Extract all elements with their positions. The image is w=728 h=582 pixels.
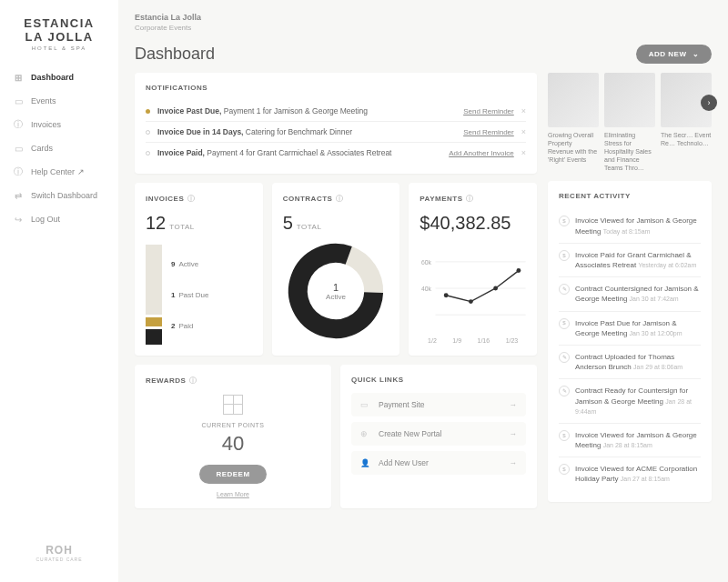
nav-icon: ▭ bbox=[13, 143, 24, 154]
carousel-item[interactable]: Eliminating Stress for Hospitality Sales… bbox=[604, 73, 655, 172]
notification-row: Invoice Past Due, Payment 1 for Jamison … bbox=[146, 101, 526, 121]
nav-item-log-out[interactable]: ↪Log Out bbox=[0, 207, 118, 231]
notification-row: Invoice Paid, Payment 4 for Grant Carmic… bbox=[146, 142, 526, 163]
quicklink-icon: ▭ bbox=[360, 400, 371, 409]
notification-action[interactable]: Send Reminder bbox=[463, 107, 514, 115]
arrow-right-icon: → bbox=[510, 400, 518, 409]
nav-item-switch-dashboard[interactable]: ⇄Switch Dashboard bbox=[0, 184, 118, 207]
chevron-down-icon: ⌄ bbox=[693, 50, 700, 58]
notifications-title: NOTIFICATIONS bbox=[146, 84, 526, 92]
activity-icon: $ bbox=[559, 250, 570, 261]
page-title: Dashboard bbox=[135, 45, 215, 64]
footer-logo: ROH CURATED CARE bbox=[0, 535, 118, 571]
brand-logo: ESTANCIA LA JOLLA HOTEL & SPA bbox=[0, 11, 118, 65]
nav-item-cards[interactable]: ▭Cards bbox=[0, 136, 118, 160]
help-icon[interactable]: ⓘ bbox=[187, 194, 196, 204]
add-new-button[interactable]: ADD NEW ⌄ bbox=[636, 45, 712, 64]
nav: ⊞Dashboard▭EventsⓘInvoices▭CardsⓘHelp Ce… bbox=[0, 65, 118, 535]
activity-icon: ✎ bbox=[559, 284, 570, 295]
svg-point-7 bbox=[444, 293, 449, 297]
quicklink-payment-site[interactable]: ▭Payment Site→ bbox=[351, 393, 526, 416]
activity-row: $Invoice Viewed for ACME Corporation Hol… bbox=[559, 457, 701, 490]
breadcrumb-title: Estancia La Jolla bbox=[135, 13, 712, 22]
thumbnail-image bbox=[548, 73, 599, 127]
svg-text:60k: 60k bbox=[421, 259, 432, 266]
activity-icon: ✎ bbox=[559, 352, 570, 363]
notification-action[interactable]: Send Reminder bbox=[463, 128, 514, 136]
notifications-card: NOTIFICATIONS Invoice Past Due, Payment … bbox=[135, 73, 537, 174]
activity-icon: ✎ bbox=[559, 386, 570, 396]
activity-row: $Invoice Viewed for Jamison & George Mee… bbox=[559, 423, 701, 457]
nav-item-events[interactable]: ▭Events bbox=[0, 89, 118, 113]
nav-item-invoices[interactable]: ⓘInvoices bbox=[0, 113, 118, 136]
breadcrumb-sub: Corporate Events bbox=[135, 24, 712, 32]
status-dot bbox=[146, 109, 150, 114]
nav-icon: ↪ bbox=[13, 214, 24, 225]
article-carousel: Growing Overall Property Revenue with th… bbox=[548, 73, 712, 172]
nav-icon: ⓘ bbox=[13, 119, 24, 130]
status-dot bbox=[146, 151, 150, 156]
learn-more-link[interactable]: Learn More bbox=[146, 491, 320, 497]
carousel-item[interactable]: Growing Overall Property Revenue with th… bbox=[548, 73, 599, 172]
sidebar: ESTANCIA LA JOLLA HOTEL & SPA ⊞Dashboard… bbox=[0, 0, 118, 582]
svg-point-9 bbox=[494, 286, 499, 291]
svg-point-10 bbox=[517, 268, 521, 273]
quicklinks-card: QUICK LINKS ▭Payment Site→⊕Create New Po… bbox=[340, 365, 537, 508]
carousel-next[interactable]: › bbox=[701, 95, 717, 111]
notification-row: Invoice Due in 14 Days, Catering for Ben… bbox=[146, 121, 526, 142]
activity-row: $Invoice Past Due for Jamison & George M… bbox=[559, 311, 701, 345]
contracts-donut: 1Active bbox=[286, 241, 386, 341]
rewards-card: REWARDSⓘ CURRENT POINTS 40 REDEEM Learn … bbox=[135, 365, 331, 508]
activity-icon: $ bbox=[559, 216, 570, 226]
contracts-card: CONTRACTSⓘ 5TOTAL 1Active bbox=[272, 183, 400, 356]
status-dot bbox=[146, 130, 150, 135]
activity-icon: $ bbox=[559, 318, 570, 329]
thumbnail-image bbox=[604, 73, 655, 127]
close-icon[interactable]: × bbox=[521, 127, 526, 136]
arrow-right-icon: → bbox=[510, 429, 518, 438]
activity-row: ✎Contract Uploaded for Thomas Anderson B… bbox=[559, 345, 701, 378]
invoices-bar bbox=[146, 245, 162, 345]
activity-icon: $ bbox=[559, 430, 570, 441]
svg-text:40k: 40k bbox=[421, 286, 432, 292]
nav-item-help-center-[interactable]: ⓘHelp Center ↗ bbox=[0, 160, 118, 184]
notification-action[interactable]: Add Another Invoice bbox=[449, 149, 514, 157]
invoices-card: INVOICESⓘ 12TOTAL 9Active1Past Due2Paid bbox=[135, 183, 263, 356]
activity-icon: $ bbox=[559, 464, 570, 475]
main: Estancia La Jolla Corporate Events Dashb… bbox=[118, 0, 728, 582]
help-icon[interactable]: ⓘ bbox=[189, 376, 197, 386]
activity-row: ✎Contract Ready for Countersign for Jami… bbox=[559, 378, 701, 423]
activity-row: $Invoice Viewed for Jamison & George Mee… bbox=[559, 209, 701, 242]
help-icon[interactable]: ⓘ bbox=[336, 194, 344, 204]
quicklink-icon: 👤 bbox=[360, 458, 371, 467]
svg-point-8 bbox=[469, 299, 473, 304]
nav-icon: ⊞ bbox=[13, 72, 24, 83]
nav-icon: ⇄ bbox=[13, 190, 24, 201]
nav-item-dashboard[interactable]: ⊞Dashboard bbox=[0, 65, 118, 89]
activity-row: ✎Contract Countersigned for Jamison & Ge… bbox=[559, 276, 701, 310]
close-icon[interactable]: × bbox=[521, 106, 526, 115]
activity-card: RECENT ACTIVITY $Invoice Viewed for Jami… bbox=[548, 181, 712, 501]
gift-icon bbox=[223, 395, 243, 415]
arrow-right-icon: → bbox=[510, 458, 518, 467]
quicklink-icon: ⊕ bbox=[360, 429, 371, 438]
carousel-item[interactable]: The Secr… Event Re… Technolo… bbox=[661, 73, 712, 172]
activity-row: $Invoice Paid for Grant Carmichael & Ass… bbox=[559, 243, 701, 276]
nav-icon: ⓘ bbox=[13, 166, 24, 177]
quicklink-create-new-portal[interactable]: ⊕Create New Portal→ bbox=[351, 422, 526, 446]
close-icon[interactable]: × bbox=[521, 148, 526, 157]
nav-icon: ▭ bbox=[13, 95, 24, 106]
payments-card: PAYMENTSⓘ $40,382.85 60k 40k bbox=[409, 183, 537, 356]
quicklink-add-new-user[interactable]: 👤Add New User→ bbox=[351, 451, 526, 475]
redeem-button[interactable]: REDEEM bbox=[199, 465, 266, 484]
help-icon[interactable]: ⓘ bbox=[466, 194, 474, 204]
payments-chart: 60k 40k 1/21/91/161/23 bbox=[420, 243, 526, 344]
